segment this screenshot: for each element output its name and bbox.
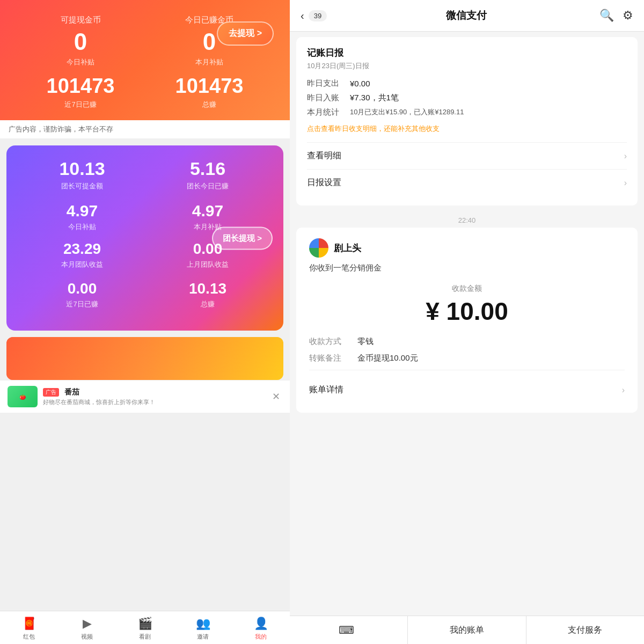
red-earnings-card: 可提现金币 今日已赚金币 0 0 今日补贴 本月补贴 101473 101473… [0,0,290,120]
header-icons: 🔍 ⚙ [599,9,633,23]
keyboard-icon-button[interactable]: ⌨ [290,616,408,644]
big-val-weekly: 101473 [16,75,145,98]
yesterday-out-value: ¥0.00 [350,79,370,88]
yesterday-out-label: 昨日支出 [307,78,350,89]
daily-actions: 查看明细 › 日报设置 › [307,142,627,196]
purple-val-2: 5.16 [145,158,270,179]
purple-row-1: 10.13 5.16 [19,158,270,179]
left-panel: 可提现金币 今日已赚金币 0 0 今日补贴 本月补贴 101473 101473… [0,0,290,644]
purple-val-8: 10.13 [145,280,270,297]
purple-label-8: 总赚 [145,299,270,309]
my-bills-tab[interactable]: 我的账单 [408,616,526,644]
payment-action-arrow: › [622,385,625,395]
payment-notification-card: 剧上头 你收到一笔分销佣金 收款金额 ¥ 10.00 收款方式 零钱 转账备注 … [296,228,638,413]
back-button[interactable]: ‹ [301,10,304,22]
page-title: 微信支付 [333,9,599,23]
payment-method-label: 收款方式 [309,336,357,347]
daily-settings-arrow: › [624,178,627,188]
pie-chart-icon [309,238,328,258]
view-details-row[interactable]: 查看明细 › [307,143,627,170]
daily-link[interactable]: 点击查看昨日收支明细，还能补充其他收支 [307,124,627,134]
big-val-total: 101473 [145,75,274,98]
purple-val-3: 4.97 [19,202,145,220]
invite-icon: 👥 [196,617,210,631]
withdraw-button[interactable]: 去提现 > [217,21,274,46]
purple-val-5: 23.29 [19,240,145,258]
mine-icon: 👤 [254,617,268,631]
team-withdraw-button[interactable]: 团长提现 > [212,226,273,250]
daily-settings-row[interactable]: 日报设置 › [307,170,627,196]
purple-label-7: 近7日已赚 [19,299,145,309]
payment-method-row: 收款方式 零钱 [309,336,625,347]
monthly-value: 10月已支出¥15.90，已入账¥1289.11 [350,107,464,117]
big-sub-total: 总赚 [145,100,274,109]
nav-item-video[interactable]: ▶ 视频 [58,617,116,641]
redpacket-icon: 🧧 [22,617,36,631]
ad-thumbnail: 🍅 [8,386,38,407]
payment-note-label: 转账备注 [309,353,357,363]
ad-bar: 🍅 广告 番茄 好物尽在番茄商城，惊喜折上折等你来享！ ✕ [0,380,290,413]
monthly-label: 本月统计 [307,107,350,118]
purple-row-2: 4.97 4.97 [19,202,270,220]
purple-val-7: 0.00 [19,280,145,297]
app-icon [309,238,328,258]
purple-team-card: 10.13 5.16 团长可提金额 团长今日已赚 4.97 4.97 今日补贴 … [6,145,283,331]
payment-action-row[interactable]: 账单详情 › [309,378,625,402]
nav-item-redpacket[interactable]: 🧧 红包 [0,617,58,641]
wechat-bottom-bar: ⌨ 我的账单 支付服务 [290,616,644,644]
purple-row-4: 0.00 10.13 [19,280,270,297]
right-panel: ‹ 39 微信支付 🔍 ⚙ 记账日报 10月23日(周三)日报 昨日支出 ¥0.… [290,0,644,644]
big-sub-weekly: 近7日已赚 [16,100,145,109]
label-withdrawable: 可提现金币 [16,15,145,25]
ad-close-button[interactable]: ✕ [270,389,282,405]
payment-divider [309,370,625,370]
daily-report-card: 记账日报 10月23日(周三)日报 昨日支出 ¥0.00 昨日入账 ¥7.30，… [296,37,638,206]
purple-label-1: 团长可提金额 [19,181,145,191]
nav-item-invite[interactable]: 👥 邀请 [174,617,232,641]
purple-label-row-1: 团长可提金额 团长今日已赚 [19,181,270,200]
daily-title: 记账日报 [307,47,627,59]
purple-label-6: 上月团队收益 [145,260,270,269]
my-bills-label: 我的账单 [450,625,484,636]
red-card-bottom-sub: 近7日已赚 总赚 [16,100,274,109]
message-badge: 39 [309,10,327,21]
val-withdrawable: 0 [16,28,145,55]
app-name: 剧上头 [334,242,361,254]
payment-desc: 你收到一笔分销佣金 [309,263,625,273]
purple-label-row-4: 近7日已赚 总赚 [19,299,270,318]
purple-label-3: 今日补贴 [19,222,145,232]
nav-label-mine: 我的 [255,633,267,641]
payment-amount-label: 收款金额 [309,284,625,294]
nav-label-redpacket: 红包 [23,633,35,641]
bottom-nav: 🧧 红包 ▶ 视频 🎬 看剧 👥 邀请 👤 我的 [0,611,290,644]
purple-val-1: 10.13 [19,158,145,179]
wechat-pay-header: ‹ 39 微信支付 🔍 ⚙ [290,0,644,32]
yesterday-in-row: 昨日入账 ¥7.30，共1笔 [307,93,627,103]
payment-method-value: 零钱 [357,336,374,347]
search-icon[interactable]: 🔍 [599,9,614,23]
sub-month-subsidy: 本月补贴 [145,57,274,67]
ad-title: 番茄 [64,387,79,397]
notice-bar: 广告内容，谨防诈骗，本平台不存 [0,120,290,139]
yesterday-out-row: 昨日支出 ¥0.00 [307,78,627,89]
payment-services-label: 支付服务 [568,625,602,636]
payment-amount: ¥ 10.00 [309,297,625,326]
keyboard-icon: ⌨ [339,624,354,636]
monthly-row: 本月统计 10月已支出¥15.90，已入账¥1289.11 [307,107,627,118]
yesterday-in-value: ¥7.30，共1笔 [350,93,399,103]
nav-label-invite: 邀请 [197,633,209,641]
payment-services-tab[interactable]: 支付服务 [526,616,644,644]
ad-tag: 广告 [43,388,59,397]
settings-icon[interactable]: ⚙ [623,9,633,23]
sub-today-subsidy: 今日补贴 [16,57,145,67]
payment-action-label: 账单详情 [309,384,343,396]
nav-item-mine[interactable]: 👤 我的 [232,617,290,641]
drama-icon: 🎬 [138,617,152,631]
red-card-sub: 今日补贴 本月补贴 [16,57,274,67]
payment-note-value: 金币提现10.00元 [357,353,418,363]
payment-app-row: 剧上头 [309,238,625,258]
timestamp: 22:40 [290,211,644,228]
nav-item-drama[interactable]: 🎬 看剧 [116,617,174,641]
payment-note-row: 转账备注 金币提现10.00元 [309,353,625,363]
purple-label-row-3: 本月团队收益 上月团队收益 [19,260,270,278]
